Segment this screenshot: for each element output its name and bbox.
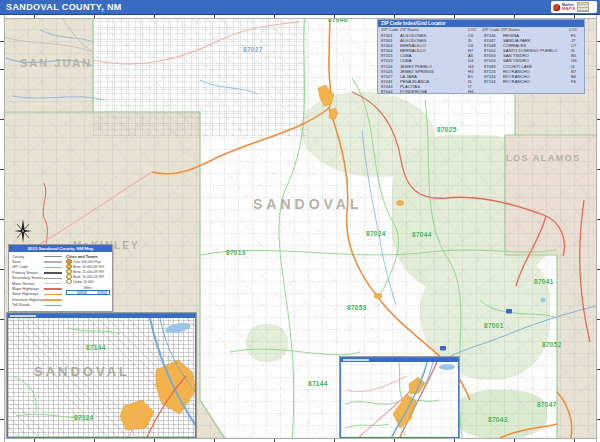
logo-text: Market MAPS — [562, 4, 575, 11]
grid-ruler-left — [0, 14, 5, 442]
inset-map-bernalillo — [340, 357, 459, 438]
county-label: SANDOVAL — [253, 196, 363, 212]
legend-city-items: Over 100,000 Pop. Betw. 50,000-99,999 Be… — [66, 259, 110, 284]
logo-grid-icon — [577, 2, 589, 12]
zip-label: 87144 — [308, 380, 328, 387]
page-title: SANDOVAL COUNTY, NM — [0, 2, 122, 12]
grid-ruler-bottom — [0, 438, 600, 442]
inset-zip-labels: 8714487124 — [8, 318, 195, 437]
legend-city-item: Betw. 10,000-24,999 — [66, 274, 110, 279]
compass-rose-icon — [13, 218, 33, 244]
legend-title: 2015 Sandoval County, NM Map — [9, 245, 112, 252]
legend-item: Toll Roads — [12, 303, 66, 308]
title-bar: SANDOVAL COUNTY, NM Market MAPS — [0, 0, 600, 15]
zip-label: 87047 — [537, 401, 557, 408]
zip-label: 87044 — [412, 231, 432, 238]
zip-table-header: ZIP Code Index/Grid Locator — [378, 20, 584, 27]
zip-table-left-column: 87001 ALGODONES C6 87001 ALGODONES I5 87… — [378, 33, 481, 94]
legend-city-item: Under 10,000 — [66, 279, 110, 284]
logo-icon — [553, 4, 560, 11]
county-label: SAN JUAN — [20, 57, 92, 69]
zip-label: 87124 — [74, 414, 94, 421]
legend-city-item: Betw. 25,000-49,999 — [66, 269, 110, 274]
table-row: 87144 RIO RANCHO F6 — [481, 79, 584, 84]
zip-label: 87043 — [488, 416, 508, 423]
scale-bar: Miles — [66, 286, 110, 295]
zip-label: 87027 — [243, 46, 263, 53]
zip-label: 87013 — [226, 249, 246, 256]
zip-label: 87001 — [484, 322, 504, 329]
zip-label: 87144 — [86, 344, 106, 351]
marketmaps-logo: Market MAPS — [551, 1, 597, 13]
zip-table-right-column: 87046 REGINA F1 87047 SANDIA PARK J7 870… — [481, 33, 584, 94]
zip-label: 87025 — [437, 126, 457, 133]
zip-label: 87024 — [366, 230, 386, 237]
grid-ruler-right — [596, 14, 600, 442]
zip-label: 87052 — [542, 341, 562, 348]
map-document: SAN JUANMcKINLEYSANDOVALLOS ALAMOS 87046… — [0, 0, 600, 442]
inset-map-rio-rancho: SANDOVAL 8714487124 — [7, 313, 196, 438]
legend-city-item: Betw. 50,000-99,999 — [66, 264, 110, 269]
county-label: LOS ALAMOS — [506, 153, 581, 163]
legend-line-items: County State ZIP Code Primary Streets Se… — [12, 254, 66, 308]
zip-code-table: ZIP Code Index/Grid Locator ZIP Code ZIP… — [377, 19, 585, 94]
zip-label: 87041 — [534, 278, 554, 285]
inset-bernalillo-overlay — [341, 362, 458, 437]
zip-label: 87053 — [347, 304, 367, 311]
table-row: 87044 PONDEROSA H4 — [378, 89, 481, 94]
map-legend: 2015 Sandoval County, NM Map County Stat… — [8, 244, 113, 312]
